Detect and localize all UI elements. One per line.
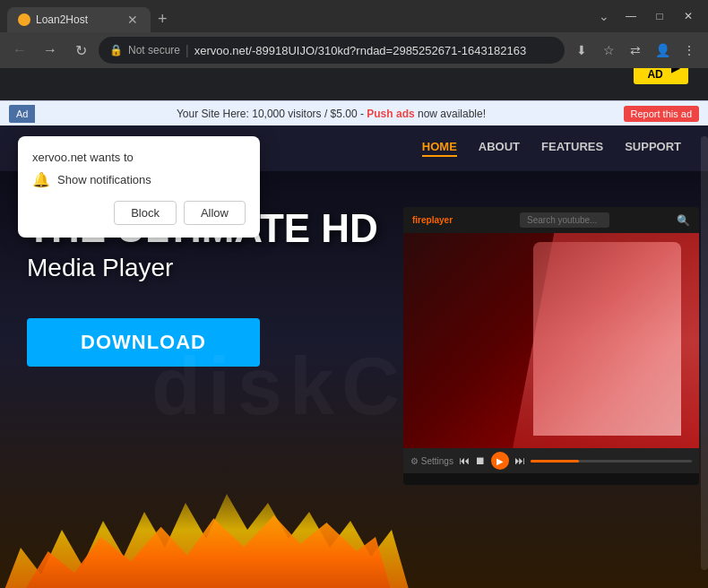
download-icon[interactable]: ⬇ (570, 39, 593, 62)
menu-icon[interactable]: ⋮ (678, 39, 701, 62)
play-button[interactable]: ▶ (491, 452, 509, 470)
media-player-panel: fireplayer 🔍 ⚙ Settings ⏮ ⏹ ▶ (403, 207, 699, 485)
back-button[interactable]: ← (7, 38, 32, 63)
lock-icon: 🔒 (109, 44, 123, 56)
allow-button[interactable]: Allow (184, 201, 246, 225)
popup-notification-row: 🔔 Show notifications (32, 171, 246, 188)
progress-bar[interactable] (531, 460, 692, 463)
tab-title: Loan2Host (36, 13, 120, 26)
next-button[interactable]: ⏭ (514, 454, 525, 467)
title-bar: Loan2Host ✕ + ⌄ — □ ✕ (0, 0, 708, 32)
popup-action-buttons: Block Allow (32, 201, 246, 225)
minimize-button[interactable]: — (618, 6, 643, 26)
prev-button[interactable]: ⏮ (459, 454, 470, 467)
scrollbar[interactable] (701, 136, 708, 570)
ad-text-before: Your Site Here: 10,000 visitors / $5.00 … (177, 108, 367, 120)
profile-icon[interactable]: 👤 (651, 39, 674, 62)
ad-text-after: now available! (418, 108, 486, 120)
progress-fill (531, 460, 579, 463)
address-bar[interactable]: 🔒 Not secure | xervoo.net/-89918UIJO/310… (99, 37, 565, 64)
popup-site-label: xervoo.net wants to (32, 151, 134, 164)
woman-figure (533, 242, 681, 436)
bell-icon: 🔔 (32, 171, 50, 188)
stop-button[interactable]: ⏹ (475, 454, 486, 467)
push-ads-text: Push ads (367, 108, 414, 120)
page-content: xervoo.net wants to 🔔 Show notifications… (0, 68, 708, 588)
media-search-input[interactable] (520, 212, 609, 228)
popup-site-text: xervoo.net wants to (32, 151, 246, 164)
media-image (403, 233, 699, 448)
tab-favicon (18, 13, 30, 26)
media-controls: ⚙ Settings ⏮ ⏹ ▶ ⏭ (403, 448, 699, 473)
ad-text: Your Site Here: 10,000 visitors / $5.00 … (39, 108, 623, 120)
bookmark-icon[interactable]: ☆ (597, 39, 620, 62)
nav-action-buttons: ⬇ ☆ ⇄ 👤 ⋮ (570, 39, 701, 62)
window-controls: ⌄ — □ ✕ (593, 5, 701, 27)
url-text: xervoo.net/-89918UIJO/310kd?rndad=298525… (194, 44, 554, 57)
nav-support[interactable]: SUPPORT (625, 140, 681, 157)
navigation-bar: ← → ↻ 🔒 Not secure | xervoo.net/-89918UI… (0, 32, 708, 68)
media-panel-logo: fireplayer (412, 215, 453, 225)
nav-home[interactable]: HOME (422, 140, 457, 157)
website-nav-links: HOME ABOUT FEATURES SUPPORT (422, 140, 681, 157)
notification-popup: xervoo.net wants to 🔔 Show notifications… (18, 136, 260, 238)
show-notifications-label: Show notifications (57, 173, 151, 186)
settings-label[interactable]: ⚙ Settings (410, 456, 453, 466)
tab-close-button[interactable]: ✕ (125, 11, 140, 29)
search-icon[interactable]: 🔍 (677, 214, 690, 227)
tab-area: Loan2Host ✕ + (7, 0, 586, 32)
nav-about[interactable]: ABOUT (479, 140, 520, 157)
maximize-button[interactable]: □ (647, 6, 672, 26)
forward-button[interactable]: → (38, 38, 63, 63)
nav-features[interactable]: FEATURES (541, 140, 603, 157)
chevron-down-icon[interactable]: ⌄ (593, 5, 615, 27)
skip-ad-arrow: ▶ (671, 68, 679, 74)
skip-ad-label: SKIP AD (643, 68, 668, 81)
download-button[interactable]: DOWNLOAD (27, 318, 260, 367)
not-secure-label: Not secure (128, 44, 180, 56)
sync-icon[interactable]: ⇄ (624, 39, 647, 62)
url-divider: | (186, 43, 189, 57)
ad-bar: Ad Your Site Here: 10,000 visitors / $5.… (0, 100, 708, 125)
skip-ad-button[interactable]: SKIP AD ▶ (634, 68, 688, 84)
ad-label: Ad (9, 105, 35, 123)
block-button[interactable]: Block (114, 201, 177, 225)
new-tab-button[interactable]: + (151, 6, 175, 32)
close-window-button[interactable]: ✕ (676, 6, 701, 26)
active-tab[interactable]: Loan2Host ✕ (7, 7, 151, 32)
report-ad-button[interactable]: Report this ad (624, 106, 699, 122)
browser-window: Loan2Host ✕ + ⌄ — □ ✕ ← → ↻ 🔒 Not secure… (0, 0, 708, 588)
reload-button[interactable]: ↻ (68, 38, 93, 63)
media-panel-header: fireplayer 🔍 (403, 207, 699, 233)
